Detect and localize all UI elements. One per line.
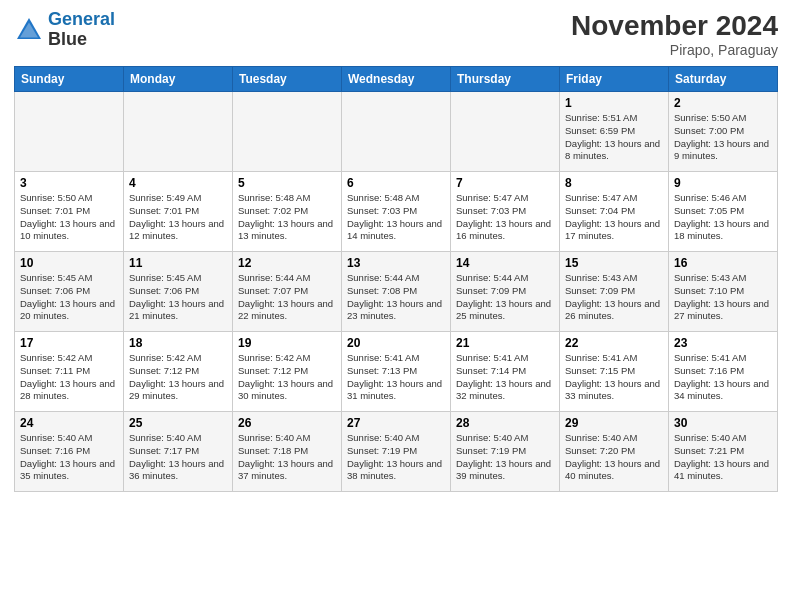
- calendar-cell: 12Sunrise: 5:44 AM Sunset: 7:07 PM Dayli…: [233, 252, 342, 332]
- logo-icon: [14, 15, 44, 45]
- week-row-1: 3Sunrise: 5:50 AM Sunset: 7:01 PM Daylig…: [15, 172, 778, 252]
- calendar-cell: 15Sunrise: 5:43 AM Sunset: 7:09 PM Dayli…: [560, 252, 669, 332]
- day-number: 17: [20, 336, 118, 350]
- day-number: 25: [129, 416, 227, 430]
- title-block: November 2024 Pirapo, Paraguay: [571, 10, 778, 58]
- day-number: 23: [674, 336, 772, 350]
- day-info: Sunrise: 5:49 AM Sunset: 7:01 PM Dayligh…: [129, 192, 227, 243]
- calendar-cell: 20Sunrise: 5:41 AM Sunset: 7:13 PM Dayli…: [342, 332, 451, 412]
- calendar-cell: 26Sunrise: 5:40 AM Sunset: 7:18 PM Dayli…: [233, 412, 342, 492]
- day-info: Sunrise: 5:40 AM Sunset: 7:20 PM Dayligh…: [565, 432, 663, 483]
- calendar-cell: 30Sunrise: 5:40 AM Sunset: 7:21 PM Dayli…: [669, 412, 778, 492]
- day-info: Sunrise: 5:41 AM Sunset: 7:13 PM Dayligh…: [347, 352, 445, 403]
- calendar: SundayMondayTuesdayWednesdayThursdayFrid…: [14, 66, 778, 492]
- calendar-cell: 7Sunrise: 5:47 AM Sunset: 7:03 PM Daylig…: [451, 172, 560, 252]
- calendar-cell: [342, 92, 451, 172]
- day-info: Sunrise: 5:41 AM Sunset: 7:16 PM Dayligh…: [674, 352, 772, 403]
- header-day-friday: Friday: [560, 67, 669, 92]
- calendar-cell: 18Sunrise: 5:42 AM Sunset: 7:12 PM Dayli…: [124, 332, 233, 412]
- calendar-cell: 9Sunrise: 5:46 AM Sunset: 7:05 PM Daylig…: [669, 172, 778, 252]
- calendar-cell: [15, 92, 124, 172]
- calendar-cell: 2Sunrise: 5:50 AM Sunset: 7:00 PM Daylig…: [669, 92, 778, 172]
- logo: General Blue: [14, 10, 115, 50]
- week-row-0: 1Sunrise: 5:51 AM Sunset: 6:59 PM Daylig…: [15, 92, 778, 172]
- day-number: 27: [347, 416, 445, 430]
- header-day-sunday: Sunday: [15, 67, 124, 92]
- day-number: 28: [456, 416, 554, 430]
- day-number: 24: [20, 416, 118, 430]
- day-info: Sunrise: 5:50 AM Sunset: 7:00 PM Dayligh…: [674, 112, 772, 163]
- day-number: 22: [565, 336, 663, 350]
- calendar-cell: 4Sunrise: 5:49 AM Sunset: 7:01 PM Daylig…: [124, 172, 233, 252]
- calendar-cell: 11Sunrise: 5:45 AM Sunset: 7:06 PM Dayli…: [124, 252, 233, 332]
- day-number: 20: [347, 336, 445, 350]
- calendar-cell: 14Sunrise: 5:44 AM Sunset: 7:09 PM Dayli…: [451, 252, 560, 332]
- day-info: Sunrise: 5:42 AM Sunset: 7:12 PM Dayligh…: [129, 352, 227, 403]
- calendar-cell: 28Sunrise: 5:40 AM Sunset: 7:19 PM Dayli…: [451, 412, 560, 492]
- week-row-2: 10Sunrise: 5:45 AM Sunset: 7:06 PM Dayli…: [15, 252, 778, 332]
- day-info: Sunrise: 5:44 AM Sunset: 7:09 PM Dayligh…: [456, 272, 554, 323]
- calendar-cell: 22Sunrise: 5:41 AM Sunset: 7:15 PM Dayli…: [560, 332, 669, 412]
- calendar-cell: 29Sunrise: 5:40 AM Sunset: 7:20 PM Dayli…: [560, 412, 669, 492]
- logo-text: General Blue: [48, 10, 115, 50]
- day-number: 8: [565, 176, 663, 190]
- day-number: 19: [238, 336, 336, 350]
- page: General Blue November 2024 Pirapo, Parag…: [0, 0, 792, 502]
- calendar-cell: 19Sunrise: 5:42 AM Sunset: 7:12 PM Dayli…: [233, 332, 342, 412]
- day-info: Sunrise: 5:40 AM Sunset: 7:21 PM Dayligh…: [674, 432, 772, 483]
- header-day-thursday: Thursday: [451, 67, 560, 92]
- day-number: 5: [238, 176, 336, 190]
- calendar-cell: 21Sunrise: 5:41 AM Sunset: 7:14 PM Dayli…: [451, 332, 560, 412]
- day-info: Sunrise: 5:45 AM Sunset: 7:06 PM Dayligh…: [20, 272, 118, 323]
- day-number: 1: [565, 96, 663, 110]
- day-number: 16: [674, 256, 772, 270]
- calendar-cell: 13Sunrise: 5:44 AM Sunset: 7:08 PM Dayli…: [342, 252, 451, 332]
- calendar-body: 1Sunrise: 5:51 AM Sunset: 6:59 PM Daylig…: [15, 92, 778, 492]
- location-subtitle: Pirapo, Paraguay: [571, 42, 778, 58]
- header-day-saturday: Saturday: [669, 67, 778, 92]
- day-number: 10: [20, 256, 118, 270]
- day-info: Sunrise: 5:46 AM Sunset: 7:05 PM Dayligh…: [674, 192, 772, 243]
- day-info: Sunrise: 5:48 AM Sunset: 7:03 PM Dayligh…: [347, 192, 445, 243]
- day-number: 15: [565, 256, 663, 270]
- day-number: 9: [674, 176, 772, 190]
- day-number: 4: [129, 176, 227, 190]
- calendar-cell: [451, 92, 560, 172]
- day-info: Sunrise: 5:40 AM Sunset: 7:18 PM Dayligh…: [238, 432, 336, 483]
- day-info: Sunrise: 5:48 AM Sunset: 7:02 PM Dayligh…: [238, 192, 336, 243]
- calendar-cell: 25Sunrise: 5:40 AM Sunset: 7:17 PM Dayli…: [124, 412, 233, 492]
- calendar-cell: 17Sunrise: 5:42 AM Sunset: 7:11 PM Dayli…: [15, 332, 124, 412]
- header-day-monday: Monday: [124, 67, 233, 92]
- calendar-cell: 24Sunrise: 5:40 AM Sunset: 7:16 PM Dayli…: [15, 412, 124, 492]
- day-number: 13: [347, 256, 445, 270]
- calendar-cell: 27Sunrise: 5:40 AM Sunset: 7:19 PM Dayli…: [342, 412, 451, 492]
- calendar-cell: 16Sunrise: 5:43 AM Sunset: 7:10 PM Dayli…: [669, 252, 778, 332]
- day-number: 7: [456, 176, 554, 190]
- week-row-3: 17Sunrise: 5:42 AM Sunset: 7:11 PM Dayli…: [15, 332, 778, 412]
- day-info: Sunrise: 5:43 AM Sunset: 7:09 PM Dayligh…: [565, 272, 663, 323]
- calendar-cell: 10Sunrise: 5:45 AM Sunset: 7:06 PM Dayli…: [15, 252, 124, 332]
- calendar-cell: [233, 92, 342, 172]
- day-info: Sunrise: 5:50 AM Sunset: 7:01 PM Dayligh…: [20, 192, 118, 243]
- calendar-cell: 3Sunrise: 5:50 AM Sunset: 7:01 PM Daylig…: [15, 172, 124, 252]
- day-info: Sunrise: 5:45 AM Sunset: 7:06 PM Dayligh…: [129, 272, 227, 323]
- header: General Blue November 2024 Pirapo, Parag…: [14, 10, 778, 58]
- day-info: Sunrise: 5:44 AM Sunset: 7:07 PM Dayligh…: [238, 272, 336, 323]
- day-number: 2: [674, 96, 772, 110]
- day-number: 29: [565, 416, 663, 430]
- day-number: 30: [674, 416, 772, 430]
- day-number: 3: [20, 176, 118, 190]
- day-number: 14: [456, 256, 554, 270]
- calendar-cell: 8Sunrise: 5:47 AM Sunset: 7:04 PM Daylig…: [560, 172, 669, 252]
- day-number: 21: [456, 336, 554, 350]
- day-info: Sunrise: 5:40 AM Sunset: 7:16 PM Dayligh…: [20, 432, 118, 483]
- day-info: Sunrise: 5:51 AM Sunset: 6:59 PM Dayligh…: [565, 112, 663, 163]
- calendar-cell: 1Sunrise: 5:51 AM Sunset: 6:59 PM Daylig…: [560, 92, 669, 172]
- day-info: Sunrise: 5:42 AM Sunset: 7:11 PM Dayligh…: [20, 352, 118, 403]
- day-info: Sunrise: 5:44 AM Sunset: 7:08 PM Dayligh…: [347, 272, 445, 323]
- day-info: Sunrise: 5:42 AM Sunset: 7:12 PM Dayligh…: [238, 352, 336, 403]
- day-number: 11: [129, 256, 227, 270]
- header-day-tuesday: Tuesday: [233, 67, 342, 92]
- day-info: Sunrise: 5:43 AM Sunset: 7:10 PM Dayligh…: [674, 272, 772, 323]
- header-day-wednesday: Wednesday: [342, 67, 451, 92]
